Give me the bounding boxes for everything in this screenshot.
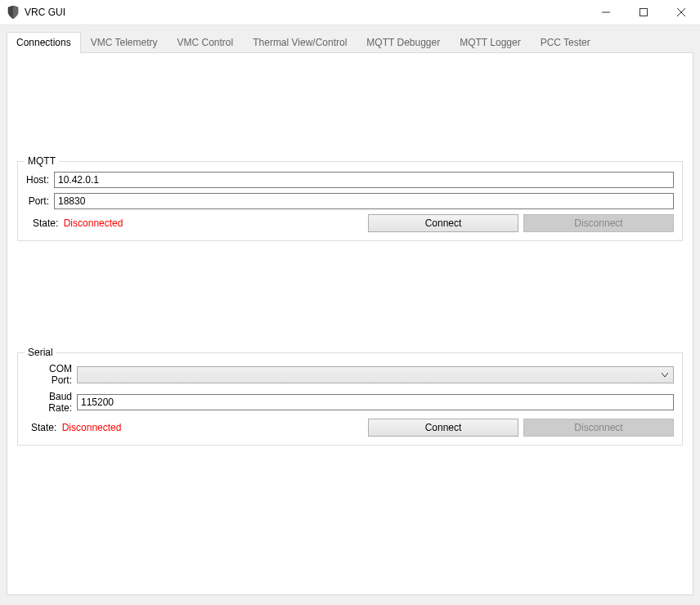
mqtt-connect-button[interactable]: Connect — [368, 214, 518, 232]
serial-state-label: State: — [31, 422, 59, 433]
svg-rect-1 — [640, 9, 648, 16]
mqtt-disconnect-button[interactable]: Disconnect — [523, 214, 674, 232]
window-body: Connections VMC Telemetry VMC Control Th… — [0, 25, 700, 605]
mqtt-group-title: MQTT — [25, 155, 59, 167]
mqtt-port-input[interactable] — [54, 193, 674, 209]
tab-mqtt-logger[interactable]: MQTT Logger — [450, 32, 530, 52]
serial-com-label: COM Port: — [26, 363, 77, 386]
mqtt-state-value: Disconnected — [64, 217, 123, 229]
tab-connections[interactable]: Connections — [7, 32, 81, 53]
mqtt-group: MQTT Host: Port: State: Disconnected Con… — [17, 161, 683, 241]
mqtt-state-label: State: — [33, 217, 61, 229]
titlebar: VRC GUI — [0, 0, 700, 25]
mqtt-host-label: Host: — [26, 174, 54, 186]
serial-baud-row: Baud Rate: — [26, 391, 674, 414]
tab-thermal[interactable]: Thermal View/Control — [243, 32, 357, 52]
tab-mqtt-debugger[interactable]: MQTT Debugger — [357, 32, 450, 52]
serial-disconnect-button[interactable]: Disconnect — [523, 419, 674, 437]
tab-strip: Connections VMC Telemetry VMC Control Th… — [7, 32, 693, 52]
mqtt-host-row: Host: — [26, 172, 674, 188]
mqtt-state-row: State: Disconnected Connect Disconnect — [26, 214, 674, 232]
close-button[interactable] — [662, 0, 700, 25]
window-title: VRC GUI — [25, 7, 587, 18]
serial-baud-label: Baud Rate: — [26, 391, 77, 414]
chevron-down-icon — [662, 369, 668, 380]
mqtt-state-left: State: Disconnected — [26, 217, 123, 229]
serial-state-left: State: Disconnected — [26, 422, 121, 433]
tab-vmc-telemetry[interactable]: VMC Telemetry — [81, 32, 168, 52]
tab-pcc-tester[interactable]: PCC Tester — [531, 32, 600, 52]
serial-com-select[interactable] — [77, 366, 674, 383]
mqtt-port-label: Port: — [26, 195, 54, 207]
serial-state-value: Disconnected — [62, 422, 122, 433]
serial-group-title: Serial — [25, 347, 56, 358]
tab-vmc-control[interactable]: VMC Control — [168, 32, 244, 52]
minimize-button[interactable] — [587, 0, 625, 25]
mqtt-port-row: Port: — [26, 193, 674, 209]
serial-baud-input[interactable] — [77, 394, 674, 410]
serial-state-row: State: Disconnected Connect Disconnect — [26, 419, 674, 437]
serial-com-row: COM Port: — [26, 363, 674, 386]
maximize-button[interactable] — [625, 0, 662, 25]
serial-connect-button[interactable]: Connect — [368, 419, 518, 437]
mqtt-host-input[interactable] — [54, 172, 674, 188]
tab-content: MQTT Host: Port: State: Disconnected Con… — [7, 52, 693, 595]
window-controls — [587, 0, 700, 25]
serial-group: Serial COM Port: Baud Rate: State: Disco… — [17, 352, 683, 446]
app-icon — [7, 6, 20, 19]
